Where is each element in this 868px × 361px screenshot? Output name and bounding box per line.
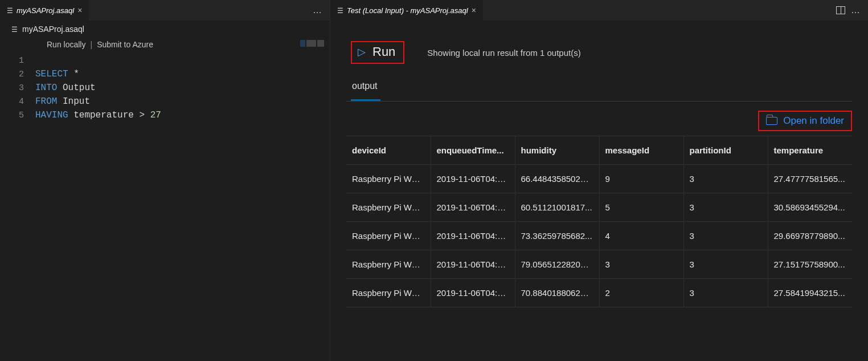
table-cell: Raspberry Pi Web ... xyxy=(346,222,431,250)
tab-title: Test (Local Input) - myASAProj.asaql xyxy=(347,6,468,15)
table-row[interactable]: Raspberry Pi Web ...2019-11-06T04:2...66… xyxy=(346,165,852,193)
file-lines-icon xyxy=(7,6,13,15)
table-cell: 30.58693455294... xyxy=(768,193,852,222)
code-content[interactable]: FROM Input xyxy=(35,96,90,107)
line-number: 3 xyxy=(0,83,35,93)
code-content[interactable]: HAVING temperature > 27 xyxy=(35,110,161,120)
table-cell: 2019-11-06T04:2... xyxy=(431,165,515,193)
table-cell: Raspberry Pi Web ... xyxy=(346,279,431,307)
folder-icon xyxy=(766,117,777,125)
breadcrumb: myASAProj.asaql xyxy=(0,21,330,38)
code-content[interactable]: INTO Output xyxy=(35,83,96,93)
submit-azure-link[interactable]: Submit to Azure xyxy=(97,40,153,49)
file-lines-icon xyxy=(11,25,18,34)
table-cell: 3 xyxy=(683,193,768,222)
table-cell: 73.36259785682... xyxy=(515,222,599,250)
table-row[interactable]: Raspberry Pi Web ...2019-11-06T04:2...79… xyxy=(346,250,852,279)
table-cell: 2019-11-06T04:2... xyxy=(431,279,515,307)
tab-file[interactable]: myASAProj.asaql × xyxy=(0,0,89,21)
line-number: 1 xyxy=(0,56,35,66)
tab-output[interactable]: output xyxy=(351,75,378,98)
more-icon[interactable] xyxy=(313,5,322,15)
column-header[interactable]: deviceId xyxy=(346,136,431,165)
code-line[interactable]: 5HAVING temperature > 27 xyxy=(0,108,330,122)
tab-title: myASAProj.asaql xyxy=(17,6,74,15)
column-header[interactable]: humidity xyxy=(515,136,599,165)
minimap[interactable] xyxy=(300,40,327,47)
table-cell: 60.51121001817... xyxy=(515,193,599,222)
code-line[interactable]: 1 xyxy=(0,54,330,67)
table-cell: 3 xyxy=(683,222,768,250)
table-cell: 4 xyxy=(599,222,683,250)
table-cell: 3 xyxy=(599,250,683,279)
play-icon: ▷ xyxy=(358,46,366,58)
code-line[interactable]: 2SELECT * xyxy=(0,67,330,81)
run-label: Run xyxy=(372,44,395,59)
table-cell: 66.4484358502758 xyxy=(515,165,599,193)
code-editor[interactable]: 12SELECT *3INTO Output4FROM Input5HAVING… xyxy=(0,54,330,122)
code-line[interactable]: 3INTO Output xyxy=(0,81,330,95)
table-row[interactable]: Raspberry Pi Web ...2019-11-06T04:2...60… xyxy=(346,193,852,222)
table-cell: 3 xyxy=(683,250,768,279)
open-in-folder-button[interactable]: Open in folder xyxy=(758,111,852,131)
table-cell: 2019-11-06T04:2... xyxy=(431,193,515,222)
table-cell: 9 xyxy=(599,165,683,193)
column-header[interactable]: temperature xyxy=(768,136,852,165)
divider xyxy=(346,101,852,102)
breadcrumb-file[interactable]: myASAProj.asaql xyxy=(22,25,84,34)
line-number: 5 xyxy=(0,111,35,120)
file-lines-icon xyxy=(337,6,343,15)
table-cell: 2019-11-06T04:2... xyxy=(431,250,515,279)
line-number: 4 xyxy=(0,97,35,107)
close-icon[interactable]: × xyxy=(472,6,476,15)
table-row[interactable]: Raspberry Pi Web ...2019-11-06T04:2...70… xyxy=(346,279,852,307)
column-header[interactable]: enqueuedTime... xyxy=(431,136,515,165)
run-locally-link[interactable]: Run locally xyxy=(47,40,85,49)
table-cell: Raspberry Pi Web ... xyxy=(346,165,431,193)
table-row[interactable]: Raspberry Pi Web ...2019-11-06T04:2...73… xyxy=(346,222,852,250)
editor-codelens: Run locally | Submit to Azure xyxy=(0,38,330,54)
column-header[interactable]: messageId xyxy=(599,136,683,165)
table-cell: Raspberry Pi Web ... xyxy=(346,250,431,279)
table-cell: 2019-11-06T04:2... xyxy=(431,222,515,250)
table-cell: 3 xyxy=(683,279,768,307)
run-status: Showing local run result from 1 output(s… xyxy=(427,48,580,58)
table-header-row: deviceIdenqueuedTime...humiditymessageId… xyxy=(346,136,852,165)
code-line[interactable]: 4FROM Input xyxy=(0,95,330,108)
column-header[interactable]: partitionId xyxy=(683,136,768,165)
run-button[interactable]: ▷ Run xyxy=(351,41,404,64)
editor-pane: myASAProj.asaql × myASAProj.asaql Run lo… xyxy=(0,0,330,361)
results-table: deviceIdenqueuedTime...humiditymessageId… xyxy=(346,136,852,307)
table-cell: Raspberry Pi Web ... xyxy=(346,193,431,222)
right-tabs: Test (Local Input) - myASAProj.asaql × xyxy=(330,0,868,21)
table-body: Raspberry Pi Web ...2019-11-06T04:2...66… xyxy=(346,165,852,307)
table-cell: 70.8840188062363 xyxy=(515,279,599,307)
table-cell: 29.66978779890... xyxy=(768,222,852,250)
table-cell: 27.58419943215... xyxy=(768,279,852,307)
table-cell: 79.0565122820593 xyxy=(515,250,599,279)
separator: | xyxy=(90,40,92,49)
code-content[interactable]: SELECT * xyxy=(35,69,79,79)
line-number: 2 xyxy=(0,70,35,79)
tab-results[interactable]: Test (Local Input) - myASAProj.asaql × xyxy=(330,0,484,21)
table-cell: 3 xyxy=(683,165,768,193)
results-pane: Test (Local Input) - myASAProj.asaql × ▷… xyxy=(330,0,868,361)
table-cell: 27.47777581565... xyxy=(768,165,852,193)
left-tabs: myASAProj.asaql × xyxy=(0,0,330,21)
more-icon[interactable] xyxy=(851,5,860,15)
split-editor-icon[interactable] xyxy=(836,6,845,14)
table-cell: 27.15175758900... xyxy=(768,250,852,279)
open-in-folder-label: Open in folder xyxy=(783,115,844,127)
table-cell: 5 xyxy=(599,193,683,222)
table-cell: 2 xyxy=(599,279,683,307)
close-icon[interactable]: × xyxy=(77,6,82,15)
